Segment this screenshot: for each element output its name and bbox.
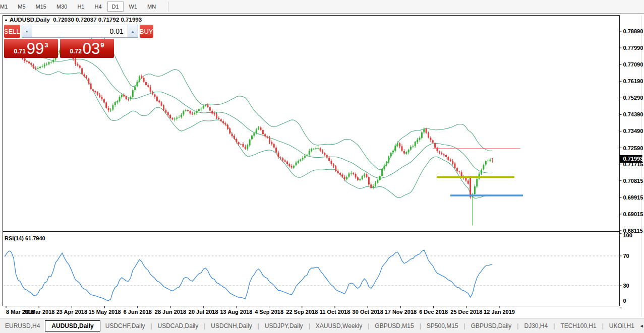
svg-text:22 Sep 2018: 22 Sep 2018 (286, 309, 318, 315)
chart-tab-TECH100-H1[interactable]: TECH100,H1 (555, 320, 601, 331)
svg-text:0.69915: 0.69915 (623, 194, 643, 201)
toolbar-divider (168, 2, 168, 12)
svg-text:23 Apr 2018: 23 Apr 2018 (56, 309, 87, 315)
svg-text:12 Jan 2019: 12 Jan 2019 (484, 309, 515, 315)
svg-text:30 Oct 2018: 30 Oct 2018 (353, 309, 383, 315)
timeframe-button-H4[interactable]: H4 (90, 2, 106, 12)
chart-tab-SP500-M15[interactable]: SP500,M15 (422, 320, 463, 331)
chart-window: 0.788900.779900.770900.761900.752900.743… (0, 14, 644, 318)
ask-price-big: 03 (83, 41, 100, 56)
buy-button[interactable]: BUY (140, 25, 153, 38)
bid-price-prefix: 0.71 (14, 48, 25, 55)
svg-text:6 Dec 2018: 6 Dec 2018 (419, 309, 448, 315)
volume-stepper: ▼ ▲ (22, 25, 138, 38)
price-axis[interactable]: 0.788900.779900.770900.761900.752900.743… (620, 28, 643, 234)
rsi-indicator-label: RSI(14) 61.7940 (5, 235, 45, 241)
bid-price-big: 99 (27, 41, 44, 56)
svg-text:0: 0 (623, 298, 626, 304)
svg-text:30 Mar 2018: 30 Mar 2018 (23, 309, 54, 315)
rsi-pane[interactable]: 10070300 (4, 232, 632, 308)
chart-tab-UKOil-H1[interactable]: UKOil,H1 (604, 320, 639, 331)
svg-text:20 Jul 2018: 20 Jul 2018 (189, 309, 218, 315)
tab-separator: | (258, 322, 259, 329)
sell-price-box[interactable]: 0.71993 (4, 39, 58, 58)
ask-price-sup: 9 (100, 41, 104, 49)
svg-text:13 Aug 2018: 13 Aug 2018 (220, 309, 253, 315)
trading-terminal-window: M1M5M15M30H1H4D1W1MN 0.788900.779900.770… (0, 0, 644, 333)
timeframe-button-M30[interactable]: M30 (52, 2, 72, 12)
chart-title: ▲ AUDUSD,Daily 0.72030 0.72037 0.71792 0… (4, 17, 142, 23)
chart-tab-USDCHF-Daily[interactable]: USDCHF,Daily (100, 320, 150, 331)
svg-text:0.73490: 0.73490 (623, 128, 643, 134)
svg-text:0.74390: 0.74390 (623, 111, 643, 117)
chart-tab-EURUSD-H4[interactable]: EURUSD,H4 (0, 320, 45, 331)
svg-text:0.69015: 0.69015 (623, 211, 643, 217)
one-click-toggle-icon[interactable]: ▲ (4, 18, 8, 22)
svg-text:17 Nov 2018: 17 Nov 2018 (385, 309, 417, 315)
chart-symbol-label: AUDUSD,Daily (10, 17, 50, 23)
chart-tab-USDJPY-Daily[interactable]: USDJPY,Daily (260, 320, 308, 331)
chart-tab-bar: EURUSD,H4AUDUSD,DailyUSDCHF,Daily|USDCAD… (0, 318, 644, 333)
tab-separator: | (464, 322, 465, 329)
chart-tab-DJ30-H4[interactable]: DJ30,H4 (519, 320, 553, 331)
svg-text:0.78890: 0.78890 (623, 28, 643, 34)
svg-text:0.76190: 0.76190 (623, 78, 643, 84)
chart-tab-AUDUSD-Daily[interactable]: AUDUSD,Daily (45, 320, 100, 331)
svg-text:11 Oct 2018: 11 Oct 2018 (320, 309, 350, 315)
date-axis[interactable]: 8 Mar 201830 Mar 201823 Apr 201815 May 2… (6, 306, 515, 315)
svg-text:28 Jun 2018: 28 Jun 2018 (155, 309, 186, 315)
tab-separator: | (204, 322, 205, 329)
svg-text:0.72590: 0.72590 (623, 145, 643, 151)
chart-tab-GBPUSD-M15[interactable]: GBPUSD,M15 (370, 320, 419, 331)
svg-text:0.75290: 0.75290 (623, 95, 643, 101)
svg-text:0.77090: 0.77090 (623, 61, 643, 68)
price-chart-canvas[interactable]: 0.788900.779900.770900.761900.752900.743… (0, 14, 644, 318)
ask-price-prefix: 0.72 (70, 48, 81, 55)
tabs-scroll-left-icon[interactable]: ◄ (639, 323, 644, 328)
buy-price-box[interactable]: 0.72039 (60, 39, 114, 58)
svg-text:15 May 2018: 15 May 2018 (88, 309, 121, 315)
svg-text:70: 70 (623, 253, 629, 259)
svg-text:4 Sep 2018: 4 Sep 2018 (255, 309, 283, 315)
volume-increase-button[interactable]: ▲ (128, 25, 138, 37)
sell-button[interactable]: SELL (4, 25, 20, 38)
timeframe-button-M5[interactable]: M5 (13, 2, 30, 12)
candlesticks (4, 45, 493, 226)
tab-separator: | (368, 322, 369, 329)
timeframe-button-W1[interactable]: W1 (125, 2, 142, 12)
chevron-down-icon: ▼ (25, 30, 29, 33)
chart-ohlc-values: 0.72030 0.72037 0.71792 0.71993 (53, 17, 142, 23)
rsi-line (5, 250, 493, 300)
one-click-trading-panel: SELL ▼ ▲ BUY 0.71993 0.72039 (4, 25, 114, 58)
volume-input[interactable] (32, 25, 128, 37)
timeframe-button-MN[interactable]: MN (143, 2, 160, 12)
tab-separator: | (602, 322, 604, 329)
chart-tab-XAUUSD-Weekly[interactable]: XAUUSD,Weekly (311, 320, 367, 331)
timeframe-button-M15[interactable]: M15 (31, 2, 51, 12)
svg-text:6 Jun 2018: 6 Jun 2018 (124, 309, 152, 315)
bollinger-bands (5, 36, 493, 198)
chart-tab-USDCNH-Daily[interactable]: USDCNH,Daily (206, 320, 257, 331)
chart-tab-USDCAD-Daily[interactable]: USDCAD,Daily (153, 320, 204, 331)
svg-text:30: 30 (623, 283, 629, 289)
timeframe-button-H1[interactable]: H1 (73, 2, 89, 12)
tab-separator: | (309, 322, 310, 329)
tab-separator: | (553, 322, 555, 329)
chevron-up-icon: ▲ (131, 30, 135, 33)
svg-text:0.77990: 0.77990 (623, 45, 643, 51)
tab-separator: | (420, 322, 421, 329)
svg-text:25 Dec 2018: 25 Dec 2018 (450, 309, 482, 315)
tab-separator: | (517, 322, 518, 329)
timeframe-button-M1[interactable]: M1 (0, 2, 12, 12)
chart-tab-GBPUSD-Daily[interactable]: GBPUSD,Daily (466, 320, 517, 331)
bid-price-sup: 3 (44, 41, 48, 49)
svg-text:0.70815: 0.70815 (623, 178, 643, 184)
volume-decrease-button[interactable]: ▼ (22, 25, 32, 37)
timeframe-toolbar: M1M5M15M30H1H4D1W1MN (0, 0, 644, 14)
timeframe-button-D1[interactable]: D1 (107, 2, 124, 12)
svg-text:0.71993: 0.71993 (623, 156, 643, 162)
tab-separator: | (150, 322, 152, 329)
svg-text:100: 100 (623, 232, 632, 238)
